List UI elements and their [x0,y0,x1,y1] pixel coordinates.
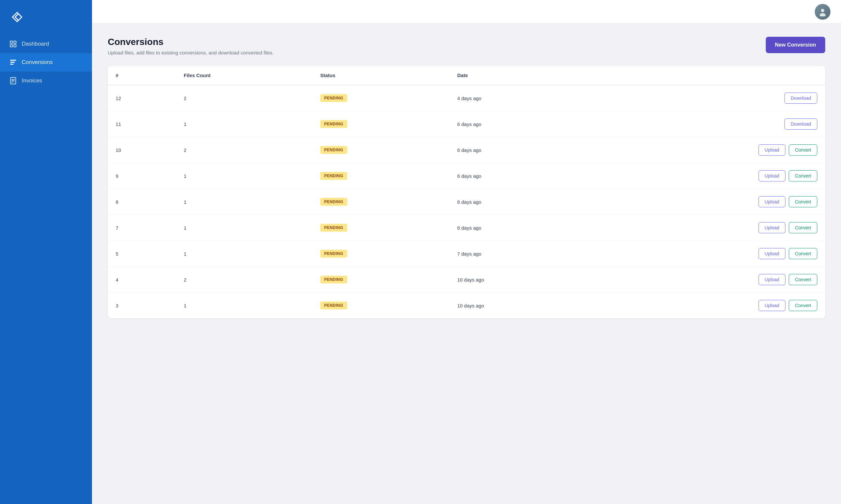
table-row: 71PENDING6 days agoUploadConvert [108,215,825,241]
new-conversion-button[interactable]: New Conversion [766,37,825,53]
page-title: Conversions [108,37,274,47]
download-button[interactable]: Download [785,119,817,130]
cell-date: 6 days ago [449,137,586,163]
cell-number: 9 [108,163,176,189]
convert-button[interactable]: Convert [789,196,817,208]
upload-button[interactable]: Upload [758,196,786,208]
cell-actions: UploadConvert [586,215,825,241]
status-badge: PENDING [320,146,347,154]
svg-rect-5 [10,62,15,63]
status-badge: PENDING [320,276,347,284]
table-row: 102PENDING6 days agoUploadConvert [108,137,825,163]
cell-files-count: 2 [176,137,312,163]
svg-rect-6 [10,64,14,65]
sidebar-navigation: Dashboard Conversions Invoices [0,32,92,93]
cell-status: PENDING [312,215,449,241]
cell-status: PENDING [312,137,449,163]
upload-button[interactable]: Upload [758,222,786,233]
sidebar-item-conversions[interactable]: Conversions [0,53,92,72]
cell-files-count: 1 [176,293,312,319]
svg-rect-4 [10,60,16,61]
status-badge: PENDING [320,224,347,232]
sidebar-item-dashboard[interactable]: Dashboard [0,35,92,53]
cell-number: 4 [108,267,176,293]
main-content: Conversions Upload files, add files to e… [92,0,841,504]
cell-number: 7 [108,215,176,241]
status-badge: PENDING [320,302,347,309]
cell-date: 6 days ago [449,163,586,189]
upload-button[interactable]: Upload [758,248,786,259]
cell-status: PENDING [312,111,449,137]
svg-rect-3 [14,44,16,47]
cell-date: 7 days ago [449,241,586,267]
status-badge: PENDING [320,94,347,102]
sidebar-logo [0,0,92,32]
upload-button[interactable]: Upload [758,170,786,181]
cell-date: 6 days ago [449,215,586,241]
invoices-label: Invoices [22,77,42,84]
dashboard-label: Dashboard [22,41,49,47]
convert-button[interactable]: Convert [789,222,817,233]
svg-rect-1 [14,41,16,43]
svg-rect-2 [10,44,13,47]
page-title-section: Conversions Upload files, add files to e… [108,37,274,55]
cell-status: PENDING [312,293,449,319]
topbar [92,0,841,24]
convert-button[interactable]: Convert [789,170,817,181]
upload-button[interactable]: Upload [758,300,786,311]
cell-number: 8 [108,189,176,215]
table-row: 91PENDING6 days agoUploadConvert [108,163,825,189]
table-row: 42PENDING10 days agoUploadConvert [108,267,825,293]
cell-actions: UploadConvert [586,163,825,189]
cell-files-count: 1 [176,215,312,241]
col-header-actions [586,66,825,85]
col-header-files-count: Files Count [176,66,312,85]
col-header-number: # [108,66,176,85]
convert-button[interactable]: Convert [789,274,817,285]
table-row: 51PENDING7 days agoUploadConvert [108,241,825,267]
col-header-status: Status [312,66,449,85]
sidebar-item-invoices[interactable]: Invoices [0,72,92,90]
cell-date: 6 days ago [449,111,586,137]
table-header: # Files Count Status Date [108,66,825,85]
sidebar: Dashboard Conversions Invoices [0,0,92,504]
status-badge: PENDING [320,172,347,180]
col-header-date: Date [449,66,586,85]
table-row: 81PENDING6 days agoUploadConvert [108,189,825,215]
conversions-label: Conversions [22,59,53,66]
status-badge: PENDING [320,198,347,206]
dashboard-icon [9,40,17,48]
cell-status: PENDING [312,267,449,293]
table-body: 122PENDING4 days agoDownload111PENDING6 … [108,85,825,318]
cell-date: 4 days ago [449,85,586,111]
svg-rect-0 [10,41,13,43]
convert-button[interactable]: Convert [789,300,817,311]
page-subtitle: Upload files, add files to existing conv… [108,50,274,55]
cell-files-count: 1 [176,111,312,137]
table-row: 31PENDING10 days agoUploadConvert [108,293,825,319]
avatar-image [815,4,830,20]
table-row: 122PENDING4 days agoDownload [108,85,825,111]
cell-files-count: 2 [176,85,312,111]
cell-files-count: 1 [176,163,312,189]
cell-actions: UploadConvert [586,241,825,267]
svg-point-11 [821,9,824,12]
avatar[interactable] [815,4,830,20]
cell-number: 10 [108,137,176,163]
cell-actions: UploadConvert [586,293,825,319]
cell-actions: Download [586,111,825,137]
cell-number: 12 [108,85,176,111]
download-button[interactable]: Download [785,92,817,104]
convert-button[interactable]: Convert [789,248,817,259]
upload-button[interactable]: Upload [758,144,786,156]
logo-icon [9,9,25,25]
cell-status: PENDING [312,163,449,189]
cell-number: 5 [108,241,176,267]
cell-status: PENDING [312,85,449,111]
cell-status: PENDING [312,241,449,267]
cell-date: 10 days ago [449,267,586,293]
upload-button[interactable]: Upload [758,274,786,285]
cell-files-count: 1 [176,241,312,267]
cell-date: 10 days ago [449,293,586,319]
convert-button[interactable]: Convert [789,144,817,156]
